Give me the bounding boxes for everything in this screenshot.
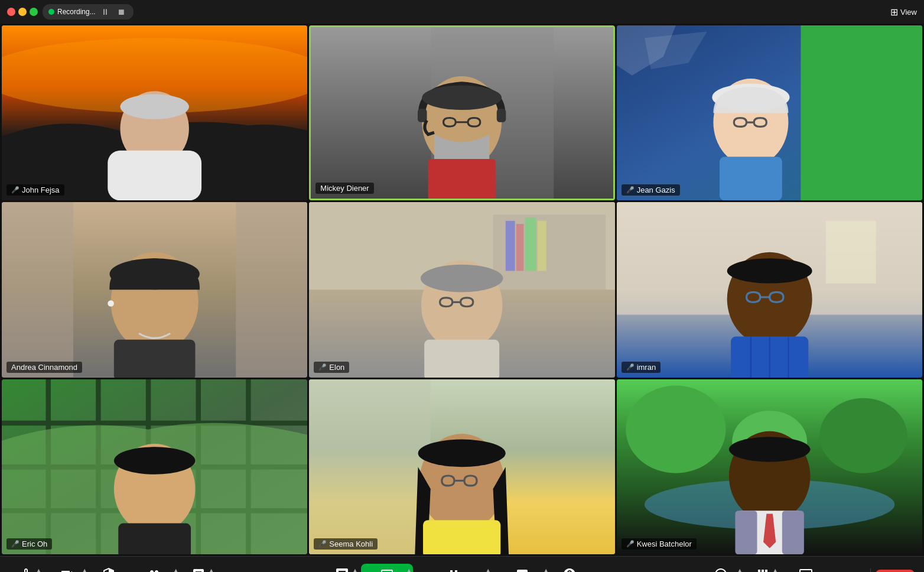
svg-rect-75 bbox=[782, 511, 803, 554]
maximize-button[interactable] bbox=[30, 8, 38, 16]
reactions-chevron[interactable]: ▲ bbox=[737, 567, 743, 572]
pause-recording-icon bbox=[447, 567, 461, 572]
participants-icon bbox=[147, 567, 161, 572]
svg-point-4 bbox=[120, 94, 188, 119]
chat-chevron[interactable]: ▲ bbox=[353, 567, 358, 572]
whiteboards-button[interactable]: Whiteboards bbox=[782, 564, 830, 572]
more-button[interactable]: More bbox=[832, 564, 866, 572]
stop-video-chevron[interactable]: ▲ bbox=[82, 567, 87, 572]
svg-rect-32 bbox=[525, 218, 536, 271]
name-label-elon: 🎤 Elon bbox=[314, 362, 349, 373]
recording-pause-button[interactable]: ⏸ bbox=[99, 6, 112, 18]
svg-point-58 bbox=[114, 447, 196, 474]
svg-point-67 bbox=[626, 385, 725, 473]
svg-rect-21 bbox=[2, 202, 73, 377]
grid-icon: ⊞ bbox=[890, 6, 898, 18]
participants-chevron[interactable]: ▲ bbox=[173, 567, 178, 572]
svg-point-11 bbox=[422, 86, 502, 110]
svg-rect-30 bbox=[506, 221, 515, 271]
support-button[interactable]: Support bbox=[552, 564, 587, 572]
video-cell-seema-kohli: 🎤 Seema Kohli bbox=[309, 379, 614, 554]
end-button[interactable]: End bbox=[876, 570, 915, 572]
top-bar-left: Recording... ⏸ ⏹ bbox=[7, 4, 134, 20]
video-grid: 🎤 John Fejsa bbox=[0, 24, 924, 556]
recording-badge: Recording... ⏸ ⏹ bbox=[43, 4, 134, 20]
share-screen-button[interactable]: ▲ Share Screen bbox=[361, 564, 412, 572]
participants-button[interactable]: ▲ 9 Participants bbox=[128, 564, 180, 572]
muted-icon-seema: 🎤 bbox=[318, 540, 327, 548]
name-label-jean: 🎤 Jean Gazis bbox=[622, 184, 680, 196]
name-label-kwesi: 🎤 Kwesi Batchelor bbox=[622, 538, 697, 550]
svg-rect-37 bbox=[424, 340, 499, 378]
name-label-seema: 🎤 Seema Kohli bbox=[314, 538, 378, 550]
pause-recording-button[interactable]: ▲ Pause/Stop Recording bbox=[415, 564, 492, 572]
mute-button[interactable]: ▲ Mute bbox=[9, 564, 43, 572]
muted-icon-imran: 🎤 bbox=[626, 363, 635, 371]
chat-icon bbox=[335, 567, 349, 572]
video-cell-andrea-cinnamond: Andrea Cinnamond bbox=[2, 202, 307, 377]
video-cell-john-fejsa: 🎤 John Fejsa bbox=[2, 25, 307, 200]
svg-rect-31 bbox=[516, 224, 524, 271]
polls-icon bbox=[191, 567, 206, 572]
reactions-button[interactable]: ▲ 0 Reactions bbox=[698, 564, 744, 572]
recording-label: Recording... bbox=[57, 8, 96, 16]
recording-stop-button[interactable]: ⏹ bbox=[115, 6, 128, 18]
name-label-imran: 🎤 imran bbox=[622, 362, 661, 373]
pause-recording-chevron[interactable]: ▲ bbox=[486, 567, 491, 572]
name-label-eric: 🎤 Eric Oh bbox=[6, 538, 52, 550]
svg-rect-19 bbox=[720, 157, 782, 200]
apps-button[interactable]: ▲ Apps bbox=[746, 564, 779, 572]
whiteboards-icon bbox=[799, 567, 813, 572]
view-button[interactable]: ⊞ View bbox=[890, 6, 917, 18]
security-button[interactable]: Security bbox=[91, 564, 126, 572]
toolbar-left: ▲ Mute ▲ Stop Video bbox=[9, 564, 215, 572]
traffic-lights bbox=[7, 8, 38, 16]
svg-point-35 bbox=[421, 265, 503, 292]
muted-icon-john: 🎤 bbox=[11, 186, 19, 194]
chat-button[interactable]: ▲ Chat bbox=[326, 564, 359, 572]
show-captions-button[interactable]: ▲ Show Captions bbox=[494, 564, 550, 572]
captions-icon bbox=[515, 567, 529, 572]
support-icon bbox=[562, 567, 577, 572]
toolbar: ▲ Mute ▲ Stop Video bbox=[0, 556, 924, 572]
close-button[interactable] bbox=[7, 8, 15, 16]
reactions-icon bbox=[714, 567, 728, 572]
muted-icon-eric: 🎤 bbox=[11, 540, 19, 548]
svg-rect-33 bbox=[538, 221, 546, 271]
svg-rect-15 bbox=[801, 25, 922, 200]
svg-point-25 bbox=[108, 301, 114, 307]
top-bar: Recording... ⏸ ⏹ ⊞ View bbox=[0, 0, 924, 24]
svg-point-63 bbox=[418, 439, 506, 467]
mute-icon bbox=[19, 567, 33, 572]
svg-rect-59 bbox=[118, 523, 191, 554]
toolbar-center: ▲ Chat ▲ Share Screen ▲ bbox=[326, 564, 587, 572]
svg-point-68 bbox=[819, 398, 907, 473]
share-screen-icon bbox=[380, 567, 394, 572]
view-label: View bbox=[900, 8, 917, 17]
toolbar-right: ▲ 0 Reactions ▲ Apps bbox=[698, 564, 915, 572]
share-screen-chevron[interactable]: ▲ bbox=[406, 567, 412, 572]
security-icon bbox=[102, 567, 116, 572]
minimize-button[interactable] bbox=[18, 8, 27, 16]
svg-rect-61 bbox=[309, 379, 431, 554]
svg-rect-12 bbox=[428, 159, 496, 199]
svg-point-42 bbox=[727, 259, 812, 284]
polls-chevron[interactable]: ▲ bbox=[209, 567, 214, 572]
show-captions-chevron[interactable]: ▲ bbox=[544, 567, 549, 572]
muted-icon-elon: 🎤 bbox=[318, 363, 327, 371]
video-cell-kwesi-batchelor: 🎤 Kwesi Batchelor bbox=[617, 379, 922, 554]
mute-chevron[interactable]: ▲ bbox=[36, 567, 41, 572]
name-label-john: 🎤 John Fejsa bbox=[6, 184, 64, 196]
apps-chevron[interactable]: ▲ bbox=[773, 567, 778, 572]
video-icon bbox=[60, 567, 74, 572]
svg-rect-22 bbox=[236, 202, 307, 377]
svg-rect-3 bbox=[108, 151, 201, 201]
video-cell-eric-oh: 🎤 Eric Oh bbox=[2, 379, 307, 554]
polls-button[interactable]: ▲ Polls bbox=[182, 564, 215, 572]
video-cell-elon: 🎤 Elon bbox=[309, 202, 614, 377]
muted-icon-jean: 🎤 bbox=[626, 186, 635, 194]
apps-icon bbox=[756, 567, 770, 572]
stop-video-button[interactable]: ▲ Stop Video bbox=[45, 564, 89, 572]
svg-rect-9 bbox=[497, 109, 506, 122]
video-cell-jean-gazis: 🎤 Jean Gazis bbox=[617, 25, 922, 200]
